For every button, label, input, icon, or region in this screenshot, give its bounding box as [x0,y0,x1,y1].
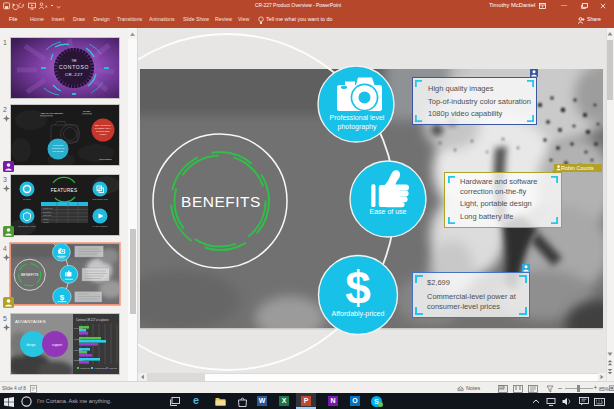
svg-text:$: $ [60,293,65,302]
svg-text:Sensor type: Sensor type [43,207,53,209]
svg-text:Up to hour: Up to hour [74,327,83,329]
svg-text:THE: THE [71,59,76,63]
svg-text:Average DSLR: Average DSLR [94,367,107,369]
svg-text:GO 98-298 4K range: GO 98-298 4K range [18,225,36,227]
svg-text:FULL SPECS: FULL SPECS [99,158,112,160]
svg-text:BENEFITS: BENEFITS [21,273,39,277]
svg-text:ISO range: ISO range [43,214,51,216]
svg-text:Shutter: Shutter [43,218,49,220]
svg-text:experience for: experience for [52,147,65,149]
svg-text:NEW HD DIGITAL: NEW HD DIGITAL [95,124,112,126]
svg-text:Most mobile: Most mobile [53,144,65,146]
svg-text:ISO range: ISO range [74,349,82,351]
svg-text:4K video capability: 4K video capability [92,225,108,227]
svg-text:In-home: In-home [74,338,81,340]
svg-text:megapixels: megapixels [74,359,83,361]
svg-text:CR-227: CR-227 [65,72,83,77]
svg-text:design: design [27,343,36,347]
svg-text:CONTOSO: CONTOSO [59,64,89,70]
svg-text:support: support [52,343,62,347]
svg-text:CR-227: CR-227 [83,110,91,112]
svg-text:Weight: Weight [43,221,49,223]
svg-text:new CR-227: new CR-227 [52,150,64,152]
svg-text:Mirrorless: Mirrorless [109,367,117,369]
svg-text:Features CR: Features CR [80,367,91,369]
svg-text:NEW 24.3MP SENSOR: NEW 24.3MP SENSOR [41,112,63,114]
svg-text:for super sharp: for super sharp [96,130,110,132]
svg-text:images: images [100,133,106,135]
svg-text:Resolution: Resolution [43,211,52,213]
svg-text:full-frame: full-frame [23,198,31,200]
svg-text:Contoso CR-227 at a glance: Contoso CR-227 at a glance [76,318,109,322]
svg-text:FEATURES: FEATURES [51,188,78,193]
svg-text:dual memory slots: dual memory slots [92,198,107,200]
svg-text:ADVANTAGES: ADVANTAGES [15,319,46,324]
svg-text:SHUTTER ARRAY: SHUTTER ARRAY [95,127,112,129]
